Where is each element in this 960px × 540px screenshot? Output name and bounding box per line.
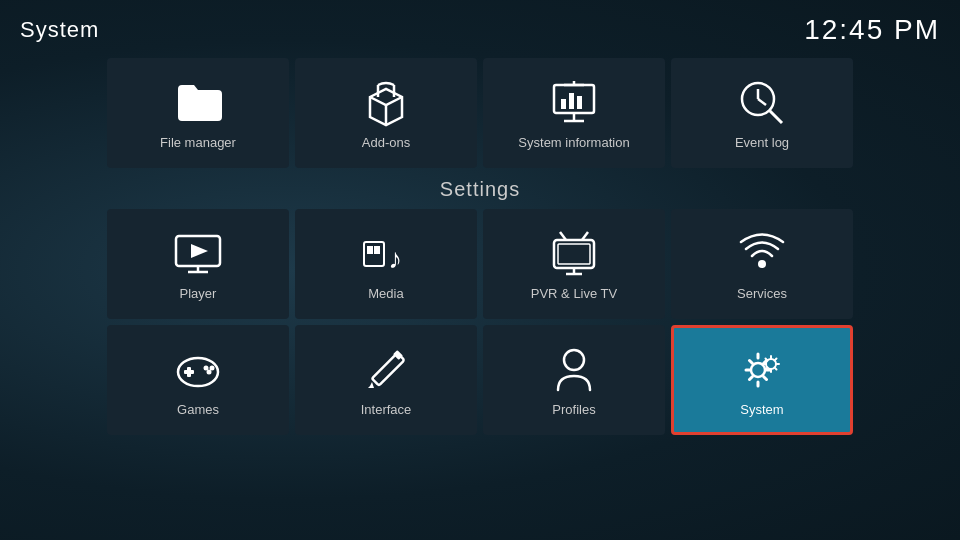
play-icon (172, 228, 224, 280)
tile-label-system: System (740, 402, 783, 417)
tile-label-profiles: Profiles (552, 402, 595, 417)
tile-label-services: Services (737, 286, 787, 301)
svg-rect-30 (187, 367, 191, 377)
settings-section: Settings Player (0, 178, 960, 435)
svg-rect-1 (561, 99, 566, 109)
svg-line-11 (770, 111, 782, 123)
gamepad-icon (172, 344, 224, 396)
tile-games[interactable]: Games (107, 325, 289, 435)
svg-point-33 (207, 369, 212, 374)
tile-system-information[interactable]: System information (483, 58, 665, 168)
svg-point-37 (564, 350, 584, 370)
svg-rect-3 (577, 96, 582, 109)
box-icon (360, 77, 412, 129)
tile-label-file-manager: File manager (160, 135, 236, 150)
clock-search-icon (736, 77, 788, 129)
svg-marker-35 (368, 382, 374, 388)
tile-add-ons[interactable]: Add-ons (295, 58, 477, 168)
chart-icon (548, 77, 600, 129)
settings-row-1: Player ♪ Media (0, 209, 960, 319)
tile-label-add-ons: Add-ons (362, 135, 410, 150)
tile-label-media: Media (368, 286, 403, 301)
svg-line-10 (758, 99, 766, 105)
media-icon: ♪ (360, 228, 412, 280)
tile-profiles[interactable]: Profiles (483, 325, 665, 435)
tile-label-player: Player (180, 286, 217, 301)
pencil-icon (360, 344, 412, 396)
tile-services[interactable]: Services (671, 209, 853, 319)
folder-icon (172, 77, 224, 129)
tile-label-interface: Interface (361, 402, 412, 417)
wifi-icon (736, 228, 788, 280)
svg-marker-14 (191, 244, 208, 258)
tile-label-system-information: System information (518, 135, 629, 150)
clock: 12:45 PM (804, 14, 940, 46)
settings-label: Settings (0, 178, 960, 201)
svg-rect-2 (569, 93, 574, 109)
person-icon (548, 344, 600, 396)
svg-point-12 (769, 110, 771, 112)
tile-media[interactable]: ♪ Media (295, 209, 477, 319)
tile-label-event-log: Event log (735, 135, 789, 150)
page-wrapper: System 12:45 PM File manager Add-ons (0, 0, 960, 540)
top-bar: System 12:45 PM (0, 0, 960, 54)
app-title: System (20, 17, 99, 43)
svg-point-31 (204, 365, 209, 370)
svg-rect-18 (367, 246, 373, 254)
tv-icon (548, 228, 600, 280)
tile-player[interactable]: Player (107, 209, 289, 319)
gear-icon (736, 344, 788, 396)
tile-system[interactable]: System (671, 325, 853, 435)
svg-rect-24 (558, 244, 590, 264)
svg-text:♪: ♪ (388, 243, 402, 274)
tile-label-games: Games (177, 402, 219, 417)
svg-point-38 (751, 363, 765, 377)
tile-label-pvr-live-tv: PVR & Live TV (531, 286, 617, 301)
svg-rect-19 (374, 246, 380, 254)
tile-interface[interactable]: Interface (295, 325, 477, 435)
svg-point-27 (758, 260, 766, 268)
tile-event-log[interactable]: Event log (671, 58, 853, 168)
svg-point-32 (210, 365, 215, 370)
settings-row-2: Games Interface (0, 325, 960, 435)
tile-pvr-live-tv[interactable]: PVR & Live TV (483, 209, 665, 319)
top-tiles-row: File manager Add-ons (0, 58, 960, 168)
tile-file-manager[interactable]: File manager (107, 58, 289, 168)
